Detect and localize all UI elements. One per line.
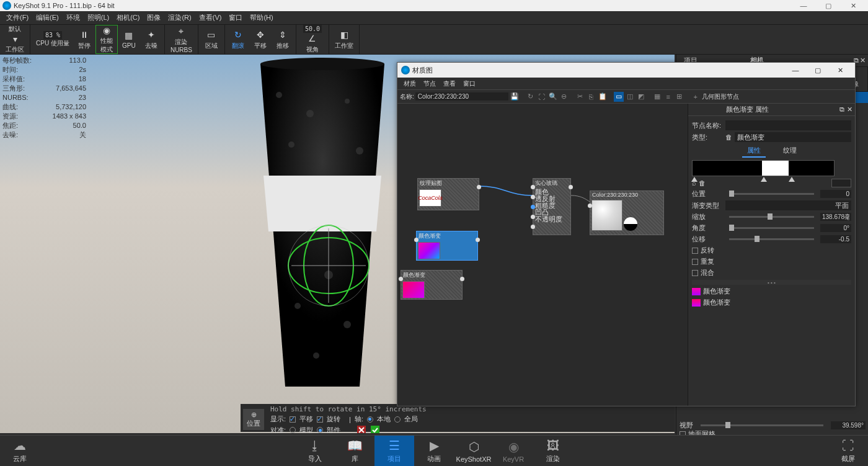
node-gradient-2[interactable]: 颜色渐变 [401,270,463,300]
tool-icon[interactable]: ◫ [625,92,635,102]
mg-titlebar[interactable]: 材质图 — ▢ ✕ [397,63,855,78]
material-name-field[interactable]: Color:230:230:230 [415,92,508,101]
invert-checkbox[interactable] [692,248,698,254]
fov-input[interactable] [831,421,866,429]
bb-cloud[interactable]: ☁云库 [0,436,40,466]
region-button[interactable]: ▭区域 [200,25,223,54]
align-icon[interactable]: ≡ [663,92,673,102]
pan-button[interactable]: ✥平移 [249,25,272,54]
fit-icon[interactable]: ⛶ [537,92,547,102]
tab-properties[interactable]: 属性 [742,145,766,158]
default-button[interactable]: 默认▾工作区 [2,25,28,54]
bb-anim[interactable]: ▶动画 [414,436,454,466]
gradtype-select[interactable]: 平面 [725,200,851,210]
list-item[interactable]: 颜色渐变 [692,298,851,307]
studio-button[interactable]: ◧工作室 [331,25,357,54]
mg-canvas[interactable]: 纹理贴图 CocaCola 实心玻璃 颜色 透反射 粗糙度 凹凸 不透明度 Co… [397,104,688,406]
pos-input[interactable] [820,190,851,198]
show-pan-checkbox[interactable] [290,416,296,423]
bb-screenshot[interactable]: ⛶截屏 [828,436,868,466]
material-graph-window[interactable]: 材质图 — ▢ ✕ 材质 节点 查看 窗口 名称: Color:230:230:… [397,62,856,406]
bb-keyvr[interactable]: ◉KeyVR [494,436,533,466]
align-part-radio[interactable] [317,427,323,433]
menu-view[interactable]: 查看(V) [195,13,226,22]
props-popout-icon[interactable]: ⧉ [839,105,844,114]
save-icon[interactable]: 💾 [510,92,520,102]
axis-local-radio[interactable] [367,416,373,423]
menu-light[interactable]: 照明(L) [84,13,113,22]
angle-slider[interactable] [729,227,814,229]
mg-minimize-button[interactable]: — [784,63,807,78]
menu-camera[interactable]: 相机(C) [113,13,143,22]
zoomout-icon[interactable]: ⊖ [559,92,569,102]
cut-icon[interactable]: ✂ [575,92,585,102]
repeat-checkbox[interactable] [692,259,698,265]
mg-menu-window[interactable]: 窗口 [459,79,479,88]
blend-checkbox[interactable] [692,270,698,276]
tumble-button[interactable]: ↻翻滚 [227,25,249,54]
menu-help[interactable]: 帮助(H) [246,13,277,22]
gpu-button[interactable]: ▦GPU [118,25,140,54]
bb-library[interactable]: 📖库 [335,436,374,466]
fov-button[interactable]: 50.0∠视角 [298,25,327,54]
node-texture[interactable]: 纹理贴图 CocaCola [417,178,479,210]
mg-menu-view[interactable]: 查看 [440,79,459,88]
show-rot-checkbox[interactable] [317,416,323,423]
copy-icon[interactable]: ⎘ [587,92,596,102]
refresh-icon[interactable]: ↻ [526,92,536,102]
trash-icon[interactable]: 🗑 [699,179,706,187]
fov-slider[interactable] [701,424,823,426]
offset-input[interactable] [820,235,851,243]
menu-window[interactable]: 窗口 [225,13,246,22]
dolly-button[interactable]: ⇕推移 [272,25,294,54]
paste-icon[interactable]: 📋 [598,92,608,102]
zoomin-icon[interactable]: 🔍 [548,92,558,102]
props-close-icon[interactable]: ✕ [847,105,852,114]
color-swatch[interactable] [831,179,851,187]
scale-input[interactable] [820,213,851,221]
grid-icon[interactable]: ▦ [652,92,662,102]
type-select[interactable]: 颜色渐变 [735,132,851,142]
more-handle[interactable]: • • • [692,280,851,285]
cancel-x-button[interactable] [356,425,366,433]
maximize-button[interactable]: ▢ [816,0,841,11]
snap-icon[interactable]: ⊞ [675,92,684,102]
mg-maximize-button[interactable]: ▢ [807,63,829,78]
menu-file[interactable]: 文件(F) [2,13,32,22]
menu-env[interactable]: 环境 [63,13,84,22]
perf-mode-button[interactable]: ◉性能 模式 [95,25,118,54]
close-panel-icon[interactable]: ✕ [860,56,866,65]
tool2-icon[interactable]: ◩ [636,92,646,102]
angle-input[interactable] [820,224,851,232]
menu-image[interactable]: 图像 [143,13,164,22]
cpu-usage-readout[interactable]: 83 %CPU 使用量 [32,25,73,54]
axis-global-radio[interactable] [394,416,401,423]
gradient-bar[interactable] [692,160,835,176]
node-gradient-1[interactable]: 颜色渐变 [416,231,478,261]
position-button[interactable]: ⊕位置 [243,409,264,430]
pause-button[interactable]: ⏸暂停 [73,25,95,54]
delete-icon[interactable]: 🗑 [725,133,732,141]
menu-edit[interactable]: 编辑(E) [32,13,63,22]
add-geom-icon[interactable]: + [691,92,701,102]
mg-menu-material[interactable]: 材质 [400,79,420,88]
denoise-button[interactable]: ✦去噪 [140,25,162,54]
tab-texture[interactable]: 纹理 [778,145,802,158]
nurbs-button[interactable]: ⌖渲染NURBS [167,25,196,54]
mg-menu-node[interactable]: 节点 [420,79,440,88]
list-item[interactable]: 颜色渐变 [692,287,851,296]
bb-import[interactable]: ⭳导入 [295,436,335,466]
menu-render[interactable]: 渲染(R) [164,13,195,22]
scale-slider[interactable] [729,216,814,218]
nodename-input[interactable] [725,120,851,130]
ok-check-button[interactable] [370,425,380,433]
minimize-button[interactable]: — [791,0,816,11]
pos-slider[interactable] [729,193,814,195]
offset-slider[interactable] [729,238,814,240]
mg-close-button[interactable]: ✕ [829,63,851,78]
align-model-radio[interactable] [290,427,296,433]
bb-ksxr[interactable]: ⬡KeyShotXR [454,436,494,466]
node-glass[interactable]: 实心玻璃 颜色 透反射 粗糙度 凹凸 不透明度 [533,178,571,235]
node-output[interactable]: Color:230:230:230 [590,190,664,235]
bb-render[interactable]: 🖼渲染 [533,436,573,466]
